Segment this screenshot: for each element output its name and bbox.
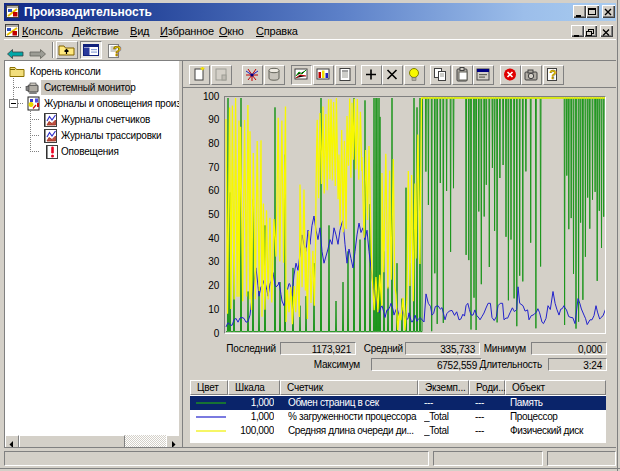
svg-text:?: ? xyxy=(550,68,557,82)
svg-text:?: ? xyxy=(113,43,122,59)
